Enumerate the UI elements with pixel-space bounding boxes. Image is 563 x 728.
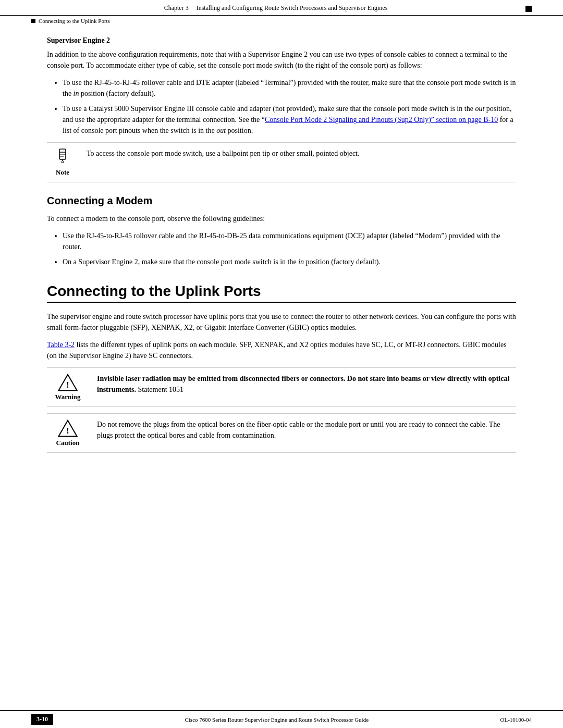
svg-text:!: ! [66,425,69,436]
page-number: 3-10 [31,714,53,725]
svg-text:!: ! [66,379,69,390]
connecting-modem-intro: To connect a modem to the console port, … [47,213,516,224]
breadcrumb-text: Connecting to the Uplink Ports [39,18,110,24]
modem-bullet-1: Use the RJ-45-to-RJ-45 rollover cable an… [63,230,516,252]
note-box: Note To access the console port mode swi… [47,142,516,182]
header-square-icon [525,6,532,12]
warning-statement: Statement 1051 [138,386,184,393]
footer-doc-num: OL-10100-04 [500,717,532,723]
page-container: Chapter 3 Installing and Configuring Rou… [0,0,563,728]
caution-box: ! Caution Do not remove the plugs from t… [47,413,516,453]
caution-label: Caution [56,439,80,447]
caution-triangle-icon: ! [57,419,78,438]
note-icon-area: Note [47,148,78,177]
supervisor-engine-bullets: To use the RJ-45-to-RJ-45 rollover cable… [63,77,516,136]
console-port-link[interactable]: Console Port Mode 2 Signaling and Pinout… [265,116,498,124]
connecting-uplink-heading: Connecting to the Uplink Ports [47,283,516,303]
uplink-para2: Table 3-2 lists the different types of u… [47,339,516,361]
connecting-modem-bullets: Use the RJ-45-to-RJ-45 rollover cable an… [63,230,516,267]
modem-bullet-2: On a Supervisor Engine 2, make sure that… [63,256,516,267]
uplink-para1: The supervisor engine and route switch p… [47,311,516,333]
note-label: Note [56,168,69,177]
connecting-modem-section: Connecting a Modem To connect a modem to… [47,195,516,267]
header-chapter-num: Chapter 3 [164,4,189,11]
supervisor-engine-section: Supervisor Engine 2 In addition to the a… [47,36,516,182]
warning-icon-area: ! Warning [47,373,89,401]
warning-triangle-icon: ! [57,373,78,392]
footer-doc-title: Cisco 7600 Series Router Supervisor Engi… [53,717,500,723]
warning-box: ! Warning Invisible laser radiation may … [47,367,516,407]
bullet-item-2: To use a Catalyst 5000 Supervisor Engine… [63,103,516,136]
caution-icon-area: ! Caution [47,419,89,447]
table-3-2-link[interactable]: Table 3-2 [47,341,75,349]
note-pencil-icon [54,148,71,167]
supervisor-engine-para1: In addition to the above configuration r… [47,49,516,71]
bullet-item-1: To use the RJ-45-to-RJ-45 rollover cable… [63,77,516,99]
connecting-modem-heading: Connecting a Modem [47,195,516,207]
header-chapter: Chapter 3 Installing and Configuring Rou… [31,4,520,12]
supervisor-engine-heading: Supervisor Engine 2 [47,36,516,45]
breadcrumb-bar: Connecting to the Uplink Ports [0,16,563,26]
note-content: To access the console port mode switch, … [87,148,516,159]
main-content: Supervisor Engine 2 In addition to the a… [0,26,563,710]
page-header: Chapter 3 Installing and Configuring Rou… [0,0,563,16]
breadcrumb-square-icon [31,19,35,23]
page-footer: 3-10 Cisco 7600 Series Router Supervisor… [0,710,563,728]
warning-label: Warning [55,393,80,401]
warning-content: Invisible laser radiation may be emitted… [97,373,516,395]
header-chapter-title: Installing and Configuring Route Switch … [197,4,388,11]
caution-content: Do not remove the plugs from the optical… [97,419,516,441]
connecting-uplink-section: Connecting to the Uplink Ports The super… [47,283,516,453]
